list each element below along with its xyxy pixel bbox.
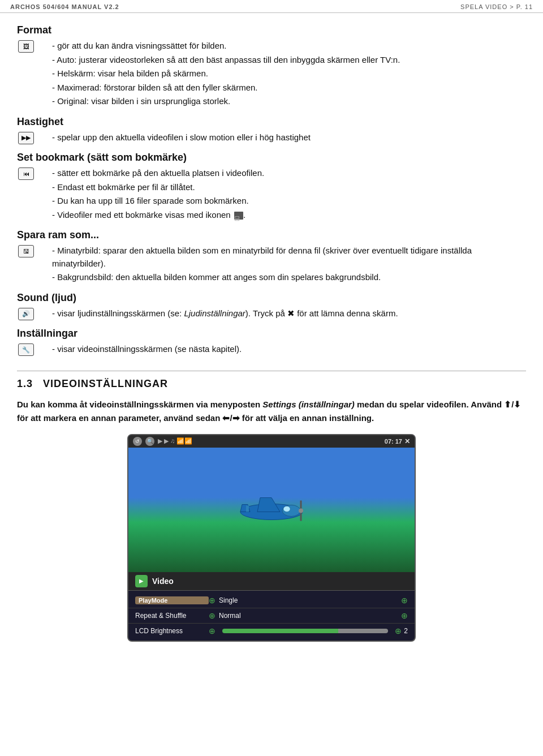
installningar-list: visar videoinställningsskärmen (se nästa… <box>36 343 526 356</box>
format-item-3: Helskärm: visar hela bilden på skärmen. <box>46 67 526 80</box>
topbar-time: 07: 17 <box>385 438 402 445</box>
main-content: Format 🖼 gör att du kan ändra visningssä… <box>0 13 543 652</box>
chapter-number: 1.3 <box>17 378 33 389</box>
sound-title: Sound (ljud) <box>17 292 526 304</box>
spara-item-2: Bakgrundsbild: den aktuella bilden komme… <box>46 271 526 284</box>
intro-paragraph: Du kan komma åt videoinställningsskärmen… <box>17 398 526 425</box>
hastighet-title: Hastighet <box>17 116 526 128</box>
playmode-value: Single <box>219 596 398 604</box>
brightness-bar <box>222 629 388 633</box>
format-item-2: Auto: justerar videostorleken så att den… <box>46 54 526 67</box>
playmode-label: PlayMode <box>135 596 209 604</box>
installningar-title: Inställningar <box>17 328 526 340</box>
bookmark-section: Set bookmark (sätt som bokmärke) ⏮ sätte… <box>17 152 526 224</box>
topbar-icon-2: 🔍 <box>145 437 154 446</box>
topbar-left: ↺ 🔍 ▶ ▶ ♫ 📶📶 <box>133 437 192 446</box>
sound-item-1: visar ljudinställningsskärmen (se: Ljudi… <box>46 307 526 320</box>
spara-icon: 🖫 <box>18 245 34 257</box>
header-left-text: ARCHOS 504/604 MANUAL V2.2 <box>10 3 119 10</box>
bookmark-item-3: Du kan ha upp till 16 filer sparade som … <box>46 195 526 208</box>
repeat-label: Repeat & Shuffle <box>135 612 209 620</box>
device-topbar: ↺ 🔍 ▶ ▶ ♫ 📶📶 07: 17 ✕ <box>128 435 415 448</box>
video-area <box>128 448 415 572</box>
brightness-value: 2 <box>404 627 408 635</box>
svg-point-5 <box>283 506 290 512</box>
repeat-value: Normal <box>219 612 398 620</box>
spara-list: Minatyrbild: sparar den aktuella bilden … <box>36 244 526 284</box>
sound-icon: 🔊 <box>18 308 34 320</box>
bookmark-title: Set bookmark (sätt som bokmärke) <box>17 152 526 164</box>
spara-row: 🖫 Minatyrbild: sparar den aktuella bilde… <box>17 244 526 286</box>
screenshot-container: ↺ 🔍 ▶ ▶ ♫ 📶📶 07: 17 ✕ <box>17 434 526 642</box>
installningar-item-1: visar videoinställningsskärmen (se nästa… <box>46 343 526 356</box>
format-icon: 🖼 <box>18 40 34 53</box>
spara-section: Spara ram som... 🖫 Minatyrbild: sparar d… <box>17 229 526 286</box>
format-item-4: Maximerad: förstorar bilden så att den f… <box>46 81 526 94</box>
topbar-close-icon: ✕ <box>404 437 410 445</box>
format-icon-row: 🖼 gör att du kan ändra visningssättet fö… <box>17 40 526 110</box>
svg-marker-4 <box>246 505 249 512</box>
installningar-icon: 🔧 <box>18 343 34 356</box>
format-title: Format <box>17 24 526 36</box>
sound-section: Sound (ljud) 🔊 visar ljudinställningsskä… <box>17 292 526 323</box>
repeat-arrow-right: ⊕ <box>401 611 408 620</box>
installningar-row: 🔧 visar videoinställningsskärmen (se näs… <box>17 343 526 358</box>
spara-title: Spara ram som... <box>17 229 526 241</box>
format-item-1: gör att du kan ändra visningssättet för … <box>46 40 526 53</box>
settings-row-playmode: PlayMode ⊕ Single ⊕ <box>128 593 415 608</box>
bookmark-list: sätter ett bokmärke på den aktuella plat… <box>36 167 526 221</box>
plane-graphic <box>226 480 317 539</box>
settings-rows: PlayMode ⊕ Single ⊕ Repeat & Shuffle ⊕ N… <box>128 591 415 641</box>
bookmark-inline-icon <box>234 212 243 220</box>
bookmark-icon: ⏮ <box>18 167 34 180</box>
hastighet-item-1: spelar upp den aktuella videofilen i slo… <box>46 131 526 144</box>
topbar-play-controls: ▶ ▶ ♫ 📶📶 <box>158 437 192 445</box>
video-label-text: Video <box>152 577 174 586</box>
playmode-arrow-left: ⊕ <box>209 596 216 605</box>
plane-svg <box>226 480 317 537</box>
format-list: gör att du kan ändra visningssättet för … <box>36 40 526 108</box>
playmode-arrow-right: ⊕ <box>401 596 408 605</box>
brightness-label: LCD Brightness <box>135 627 209 635</box>
bookmark-item-4: Videofiler med ett bokmärke visas med ik… <box>46 209 526 222</box>
brightness-arrow-left: ⊕ <box>209 626 216 635</box>
sound-list: visar ljudinställningsskärmen (se: Ljudi… <box>36 307 526 320</box>
bookmark-item-2: Endast ett bokmärke per fil är tillåtet. <box>46 181 526 194</box>
format-section: Format 🖼 gör att du kan ändra visningssä… <box>17 24 526 110</box>
page-header: ARCHOS 504/604 MANUAL V2.2 SPELA VIDEO >… <box>0 0 543 13</box>
settings-row-brightness: LCD Brightness ⊕ ⊕ 2 <box>128 624 415 638</box>
installningar-section: Inställningar 🔧 visar videoinställningss… <box>17 328 526 358</box>
bookmark-item-1: sätter ett bokmärke på den aktuella plat… <box>46 167 526 180</box>
sound-row: 🔊 visar ljudinställningsskärmen (se: Lju… <box>17 307 526 323</box>
hastighet-icon: ▶▶ <box>18 132 34 144</box>
chapter-heading: 1.3 VIDEOINSTÄLLNINGAR <box>17 378 526 390</box>
hastighet-section: Hastighet ▶▶ spelar upp den aktuella vid… <box>17 116 526 147</box>
brightness-arrow-right: ⊕ <box>395 626 402 635</box>
video-label-icon: ▶ <box>135 575 148 587</box>
topbar-icon-1: ↺ <box>133 437 142 446</box>
repeat-arrow-left: ⊕ <box>209 611 216 620</box>
section-divider <box>17 371 526 371</box>
header-right-text: SPELA VIDEO > P. 11 <box>460 3 533 10</box>
bookmark-row: ⏮ sätter ett bokmärke på den aktuella pl… <box>17 167 526 224</box>
hastighet-list: spelar upp den aktuella videofilen i slo… <box>36 131 526 144</box>
spara-item-1: Minatyrbild: sparar den aktuella bilden … <box>46 244 526 270</box>
settings-row-repeat: Repeat & Shuffle ⊕ Normal ⊕ <box>128 608 415 624</box>
chapter-title: VIDEOINSTÄLLNINGAR <box>43 378 168 389</box>
device-screen: ↺ 🔍 ▶ ▶ ♫ 📶📶 07: 17 ✕ <box>127 434 416 642</box>
hastighet-row: ▶▶ spelar upp den aktuella videofilen i … <box>17 131 526 147</box>
svg-point-8 <box>299 508 303 513</box>
topbar-right: 07: 17 ✕ <box>385 437 410 445</box>
video-label-row: ▶ Video <box>128 572 415 591</box>
format-item-5: Original: visar bilden i sin ursprunglig… <box>46 95 526 108</box>
